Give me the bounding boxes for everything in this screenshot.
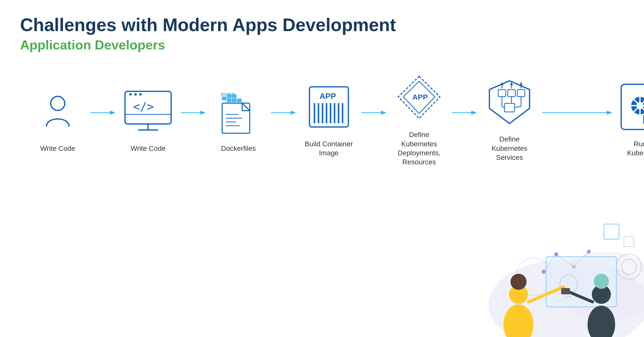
step-build-container: APP Build ContainerImage xyxy=(296,82,361,158)
svg-marker-26 xyxy=(291,111,296,115)
svg-rect-73 xyxy=(624,237,634,247)
svg-rect-43 xyxy=(508,90,515,97)
svg-rect-51 xyxy=(504,103,514,112)
services-icon xyxy=(484,77,535,127)
step-dockerfiles: docker Dockerfiles xyxy=(206,86,271,153)
bottom-illustration xyxy=(468,217,644,337)
svg-marker-2 xyxy=(110,111,115,115)
container-icon: APP xyxy=(304,82,354,132)
arrow-1 xyxy=(90,108,115,131)
svg-rect-44 xyxy=(517,90,525,97)
workflow: Write Code </> xyxy=(20,73,624,167)
step-label-write-code: Write Code xyxy=(40,144,75,153)
step-label-dockerfiles: Dockerfiles xyxy=(221,144,256,153)
svg-text:APP: APP xyxy=(319,92,336,101)
svg-rect-17 xyxy=(232,99,236,102)
svg-marker-50 xyxy=(520,82,523,85)
step-label-define-services: DefineKubernetesServices xyxy=(491,135,527,162)
svg-point-6 xyxy=(134,93,137,96)
person-icon xyxy=(33,86,83,137)
arrow-2 xyxy=(181,108,206,131)
step-define-deployments: APP DefineKubernetesDeployments,Resource… xyxy=(387,73,452,167)
arrow-3 xyxy=(271,108,296,131)
svg-marker-59 xyxy=(607,111,612,115)
svg-marker-12 xyxy=(200,111,206,115)
svg-rect-13 xyxy=(222,97,226,100)
dockerfile-icon: docker xyxy=(213,86,264,137)
svg-marker-41 xyxy=(471,111,477,115)
svg-point-0 xyxy=(51,96,65,110)
arrow-5 xyxy=(452,108,477,131)
step-monitor: </> Write Code xyxy=(115,86,181,153)
svg-text:docker: docker xyxy=(221,92,236,97)
step-label-define-deployments: DefineKubernetesDeployments,Resources xyxy=(398,130,440,167)
step-write-code: Write Code xyxy=(25,86,90,153)
main-title: Challenges with Modern Apps Development xyxy=(20,15,624,35)
svg-point-95 xyxy=(594,274,609,289)
svg-text:APP: APP xyxy=(412,93,428,101)
svg-marker-38 xyxy=(381,111,387,115)
arrow-4 xyxy=(361,108,387,131)
svg-text:</>: </> xyxy=(133,100,154,113)
step-label-build-container: Build ContainerImage xyxy=(305,140,353,158)
step-run-k8s: Run onKubernetes xyxy=(612,82,644,158)
monitor-icon: </> xyxy=(123,86,173,137)
step-define-services: DefineKubernetesServices xyxy=(477,77,542,162)
svg-point-7 xyxy=(139,93,142,96)
header: Challenges with Modern Apps Development … xyxy=(20,15,624,52)
slide: Challenges with Modern Apps Development … xyxy=(0,0,644,337)
svg-rect-16 xyxy=(227,99,231,102)
arrow-long xyxy=(542,108,612,131)
svg-rect-97 xyxy=(561,288,570,294)
svg-rect-72 xyxy=(604,224,619,239)
svg-rect-18 xyxy=(237,99,241,102)
sub-title: Application Developers xyxy=(20,37,624,52)
step-label-run-k8s: Run onKubernetes xyxy=(627,140,644,158)
svg-rect-42 xyxy=(498,90,506,97)
svg-point-5 xyxy=(129,93,132,96)
k8s-icon xyxy=(620,82,644,132)
step-label-monitor: Write Code xyxy=(131,144,166,153)
deployment-icon: APP xyxy=(394,73,444,123)
svg-line-57 xyxy=(514,106,521,108)
svg-point-91 xyxy=(510,274,527,290)
